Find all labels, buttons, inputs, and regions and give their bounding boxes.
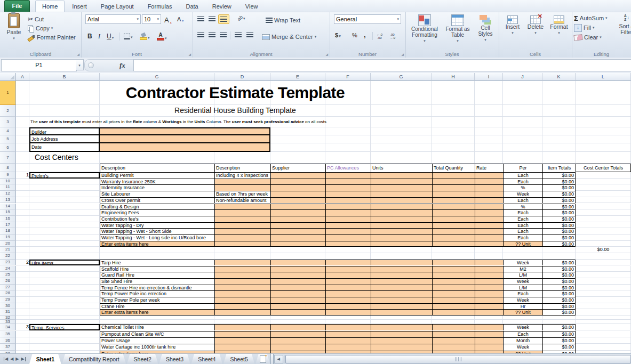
cell-H3[interactable]	[432, 117, 475, 127]
item-note-cell[interactable]	[214, 344, 270, 350]
cell-L2[interactable]	[576, 105, 631, 117]
cell-B27[interactable]	[29, 285, 100, 291]
item-input-cell[interactable]	[371, 297, 432, 303]
cell-J6[interactable]	[503, 143, 542, 152]
item-input-cell[interactable]	[325, 324, 371, 330]
item-per-cell[interactable]: %	[503, 184, 542, 191]
cell-C22[interactable]	[100, 253, 214, 260]
item-total-cell[interactable]: $0.00	[542, 179, 576, 185]
item-total-cell[interactable]: $0.00	[542, 222, 576, 229]
cell-L13[interactable]	[576, 197, 631, 204]
row-header-15[interactable]: 15	[0, 209, 16, 216]
cell-A28[interactable]	[16, 290, 29, 297]
cell-I2[interactable]	[475, 105, 503, 117]
item-input-cell[interactable]	[371, 337, 432, 344]
item-input-cell[interactable]	[475, 278, 503, 285]
item-input-cell[interactable]	[371, 303, 432, 310]
cell-B24[interactable]	[29, 266, 100, 272]
form-input-date[interactable]	[100, 143, 270, 152]
item-input-cell[interactable]	[432, 191, 475, 197]
item-note-cell[interactable]: Non-refundable amount	[214, 197, 270, 204]
item-input-cell[interactable]	[371, 204, 432, 210]
item-input-cell[interactable]	[371, 216, 432, 222]
cell-J33[interactable]	[503, 320, 542, 324]
item-total-cell[interactable]: $0.00	[542, 191, 576, 197]
cell-B17[interactable]	[29, 222, 100, 229]
cell-L19[interactable]	[576, 234, 631, 241]
cell-L22[interactable]	[576, 253, 631, 260]
cell-J5[interactable]	[503, 135, 542, 143]
cell-C21[interactable]	[100, 247, 214, 253]
cell-E33[interactable]	[270, 320, 325, 324]
format-cells-button[interactable]: Format ▾	[548, 15, 570, 36]
item-note-cell[interactable]	[214, 222, 270, 229]
cell-E22[interactable]	[270, 253, 325, 260]
cell-L10[interactable]	[576, 179, 631, 185]
row-header-29[interactable]: 29	[0, 297, 16, 303]
cell-B13[interactable]	[29, 197, 100, 204]
cell-H7[interactable]	[432, 152, 475, 164]
item-per-cell[interactable]: Each	[503, 179, 542, 185]
cell-H6[interactable]	[432, 143, 475, 152]
cell-A1[interactable]	[16, 81, 29, 105]
item-per-cell[interactable]: Each	[503, 228, 542, 234]
item-input-cell[interactable]	[325, 331, 371, 337]
form-input-builder[interactable]	[100, 127, 270, 135]
increase-indent-button[interactable]	[245, 30, 255, 39]
item-desc-cell[interactable]: Contribution fee's	[100, 216, 214, 222]
cell-A14[interactable]	[16, 204, 29, 210]
row-header-21[interactable]: 21	[0, 247, 16, 253]
cell-I21[interactable]	[475, 247, 503, 253]
row-header-33[interactable]: 33	[0, 320, 16, 324]
cell-A31[interactable]	[16, 309, 29, 316]
item-per-cell[interactable]: Week	[503, 191, 542, 197]
item-input-cell[interactable]	[270, 179, 325, 185]
align-right-button[interactable]	[218, 30, 228, 39]
item-per-cell[interactable]: Each	[503, 216, 542, 222]
item-input-cell[interactable]	[475, 179, 503, 185]
column-header-B[interactable]: B	[29, 73, 100, 81]
row-header-8[interactable]: 8	[0, 164, 16, 172]
item-input-cell[interactable]	[432, 324, 475, 330]
item-note-cell[interactable]	[214, 234, 270, 241]
orientation-button[interactable]: ab▾	[237, 15, 245, 21]
item-note-cell[interactable]	[214, 260, 270, 266]
column-header-E[interactable]: E	[270, 73, 325, 81]
item-total-cell[interactable]: $0.00	[542, 172, 576, 179]
extra-items-cell[interactable]: Enter extra items here	[100, 309, 214, 316]
cell-L7[interactable]	[576, 152, 631, 164]
cell-L5[interactable]	[576, 135, 631, 143]
item-input-cell[interactable]	[270, 290, 325, 297]
cell-A21[interactable]	[16, 247, 29, 253]
wrap-text-button[interactable]: Wrap Text	[266, 16, 300, 25]
cell-H1[interactable]	[432, 81, 475, 105]
merge-center-button[interactable]: Merge & Center ▾	[262, 33, 316, 41]
item-input-cell[interactable]	[432, 266, 475, 272]
next-sheet-button[interactable]: ▶	[15, 357, 19, 362]
cell-L33[interactable]	[576, 320, 631, 324]
item-input-cell[interactable]	[475, 234, 503, 241]
fill-button[interactable]: ↓ Fill ▾	[574, 23, 595, 32]
item-input-cell[interactable]	[432, 331, 475, 337]
cell-L12[interactable]	[576, 191, 631, 197]
format-painter-button[interactable]: Format Painter	[28, 33, 76, 42]
item-per-cell[interactable]: Each	[503, 222, 542, 229]
item-input-cell[interactable]	[432, 278, 475, 285]
cell-F21[interactable]	[325, 247, 371, 253]
number-format-combo[interactable]: General▾	[334, 14, 401, 24]
item-note-cell[interactable]: Based on ?hrs per week	[214, 191, 270, 197]
cell-B22[interactable]	[29, 253, 100, 260]
row-header-24[interactable]: 24	[0, 266, 16, 272]
item-per-cell[interactable]: Each	[503, 209, 542, 216]
item-note-cell[interactable]	[214, 216, 270, 222]
item-total-cell[interactable]: $0.00	[542, 331, 576, 337]
item-input-cell[interactable]	[270, 184, 325, 191]
item-total-cell[interactable]: $0.00	[542, 290, 576, 297]
item-input-cell[interactable]	[432, 197, 475, 204]
cell-L11[interactable]	[576, 184, 631, 191]
item-total-cell[interactable]: $0.00	[542, 260, 576, 266]
item-input-cell[interactable]	[371, 234, 432, 241]
item-input-cell[interactable]	[432, 184, 475, 191]
item-input-cell[interactable]	[270, 297, 325, 303]
delete-cells-button[interactable]: Delete ▾	[524, 15, 547, 36]
